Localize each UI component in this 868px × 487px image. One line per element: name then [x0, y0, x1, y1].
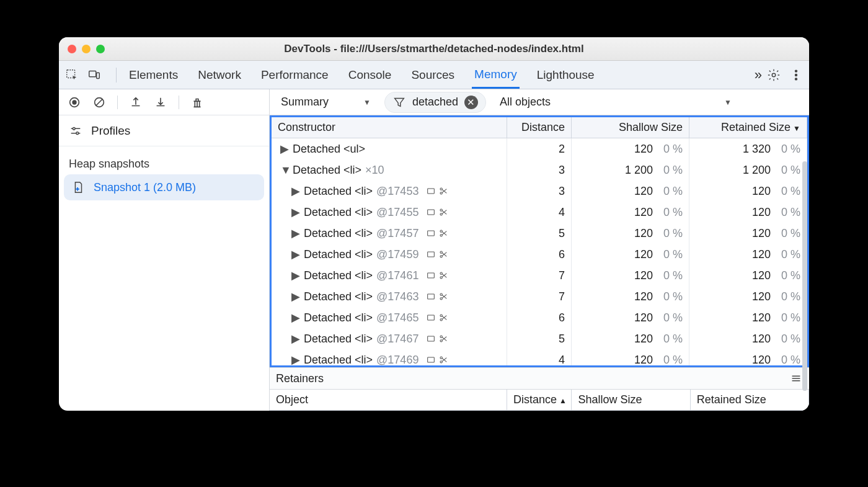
disclosure-triangle-icon[interactable]: ▶	[291, 248, 300, 261]
tab-lighthouse[interactable]: Lighthouse	[534, 63, 597, 87]
clear-filter-button[interactable]: ✕	[464, 96, 478, 109]
object-scope-select[interactable]: All objects ▼	[496, 93, 735, 111]
window-controls	[68, 45, 105, 53]
col-retained[interactable]: Retained Size▼	[689, 117, 807, 138]
tabs-overflow-button[interactable]: »	[752, 61, 764, 89]
disclosure-triangle-icon[interactable]: ▶	[291, 311, 300, 324]
divider	[117, 96, 118, 109]
scissors-icon[interactable]	[438, 228, 448, 238]
settings-gear-icon[interactable]	[767, 68, 781, 82]
scissors-icon[interactable]	[438, 355, 448, 365]
table-row[interactable]: ▶Detached <li> @17459 61200 %1200 %	[272, 244, 807, 265]
table-row[interactable]: ▶Detached <li> @17469 41200 %1200 %	[272, 349, 807, 365]
scissors-icon[interactable]	[438, 207, 448, 217]
inspect-element-icon[interactable]	[65, 68, 79, 82]
disclosure-triangle-icon[interactable]: ▶	[280, 142, 289, 156]
disclosure-triangle-icon[interactable]: ▼	[280, 164, 289, 177]
table-row[interactable]: ▼Detached <li> ×1031 2000 %1 2000 %	[272, 159, 807, 181]
svg-rect-15	[428, 189, 435, 194]
disclosure-triangle-icon[interactable]: ▶	[291, 226, 300, 240]
element-panel-icon[interactable]	[426, 334, 436, 344]
distance-value: 5	[530, 227, 565, 240]
disclosure-triangle-icon[interactable]: ▶	[291, 290, 300, 303]
disclosure-triangle-icon[interactable]: ▶	[291, 332, 300, 346]
profiles-header[interactable]: Profiles	[59, 115, 269, 146]
element-panel-icon[interactable]	[426, 292, 436, 302]
col-distance[interactable]: Distance	[507, 117, 572, 138]
table-row[interactable]: ▶Detached <li> @17453 31200 %1200 %	[272, 181, 807, 202]
table-row[interactable]: ▶Detached <li> @17463 71200 %1200 %	[272, 286, 807, 307]
view-select[interactable]: Summary ▼	[277, 93, 374, 111]
summary-filterbar: Summary ▼ detached ✕ All objects ▼	[270, 89, 809, 115]
shallow-pct: 0 %	[657, 248, 683, 261]
retainers-menu-icon[interactable]	[789, 372, 803, 385]
export-icon[interactable]	[129, 96, 143, 109]
col-shallow[interactable]: Shallow Size	[572, 390, 690, 411]
col-constructor[interactable]: Constructor	[272, 117, 507, 138]
view-select-value: Summary	[281, 96, 329, 109]
clear-icon[interactable]	[92, 96, 106, 109]
table-row[interactable]: ▶Detached <li> @17465 61200 %1200 %	[272, 307, 807, 328]
table-row[interactable]: ▶Detached <li> @17467 51200 %1200 %	[272, 328, 807, 349]
tab-console[interactable]: Console	[346, 63, 394, 87]
record-icon[interactable]	[68, 96, 81, 109]
tab-performance[interactable]: Performance	[259, 63, 331, 87]
tab-sources[interactable]: Sources	[409, 63, 457, 87]
tab-memory[interactable]: Memory	[472, 62, 520, 89]
window-minimize-button[interactable]	[82, 45, 91, 53]
col-retained[interactable]: Retained Size	[690, 390, 808, 411]
disclosure-triangle-icon[interactable]: ▶	[291, 353, 300, 365]
disclosure-triangle-icon[interactable]: ▶	[291, 269, 300, 282]
filter-sliders-icon	[69, 124, 82, 138]
garbage-collect-icon[interactable]	[190, 96, 204, 109]
scrollbar-thumb[interactable]	[802, 161, 807, 391]
shallow-pct: 0 %	[657, 333, 683, 346]
retained-pct: 0 %	[774, 206, 800, 219]
import-icon[interactable]	[154, 96, 167, 109]
device-toolbar-icon[interactable]	[87, 68, 101, 82]
retained-value: 120	[736, 185, 771, 198]
divider	[116, 68, 117, 83]
tab-network[interactable]: Network	[195, 63, 244, 87]
disclosure-triangle-icon[interactable]: ▶	[291, 205, 300, 219]
constructor-label: Detached <li>	[304, 333, 373, 346]
scissors-icon[interactable]	[438, 292, 448, 302]
divider	[179, 96, 179, 109]
element-panel-icon[interactable]	[426, 249, 436, 259]
memory-main-panel: Summary ▼ detached ✕ All objects ▼	[270, 89, 809, 411]
table-row[interactable]: ▶Detached <ul>21200 %1 3200 %	[272, 138, 807, 159]
element-panel-icon[interactable]	[426, 355, 436, 365]
shallow-value: 120	[618, 290, 653, 303]
element-panel-icon[interactable]	[426, 228, 436, 238]
table-row[interactable]: ▶Detached <li> @17455 41200 %1200 %	[272, 202, 807, 223]
shallow-pct: 0 %	[657, 311, 683, 324]
scissors-icon[interactable]	[438, 186, 448, 196]
window-zoom-button[interactable]	[96, 45, 105, 53]
shallow-value: 120	[618, 311, 653, 324]
col-shallow[interactable]: Shallow Size	[572, 117, 689, 138]
window-titlebar: DevTools - file:///Users/stmarthe/detach…	[59, 37, 809, 61]
scissors-icon[interactable]	[438, 270, 448, 280]
window-close-button[interactable]	[68, 45, 76, 53]
constructor-label: Detached <li>	[304, 206, 373, 219]
scissors-icon[interactable]	[438, 334, 448, 344]
kebab-menu-icon[interactable]	[789, 68, 803, 82]
disclosure-triangle-icon[interactable]: ▶	[291, 184, 300, 198]
element-panel-icon[interactable]	[426, 207, 436, 217]
col-distance[interactable]: Distance▲	[507, 390, 572, 411]
shallow-value: 120	[618, 185, 653, 198]
class-filter-chip[interactable]: detached ✕	[384, 92, 486, 113]
shallow-value: 120	[618, 206, 653, 219]
col-object[interactable]: Object	[270, 390, 507, 411]
element-panel-icon[interactable]	[426, 313, 436, 323]
scissors-icon[interactable]	[438, 249, 448, 259]
table-row[interactable]: ▶Detached <li> @17457 51200 %1200 %	[272, 223, 807, 244]
svg-point-4	[795, 70, 797, 72]
profiles-toolbar	[59, 89, 269, 115]
snapshot-item[interactable]: Snapshot 1 (2.0 MB)	[64, 174, 264, 200]
scissors-icon[interactable]	[438, 313, 448, 323]
element-panel-icon[interactable]	[426, 270, 436, 280]
table-row[interactable]: ▶Detached <li> @17461 71200 %1200 %	[272, 265, 807, 286]
tab-elements[interactable]: Elements	[126, 63, 180, 87]
element-panel-icon[interactable]	[426, 186, 436, 196]
